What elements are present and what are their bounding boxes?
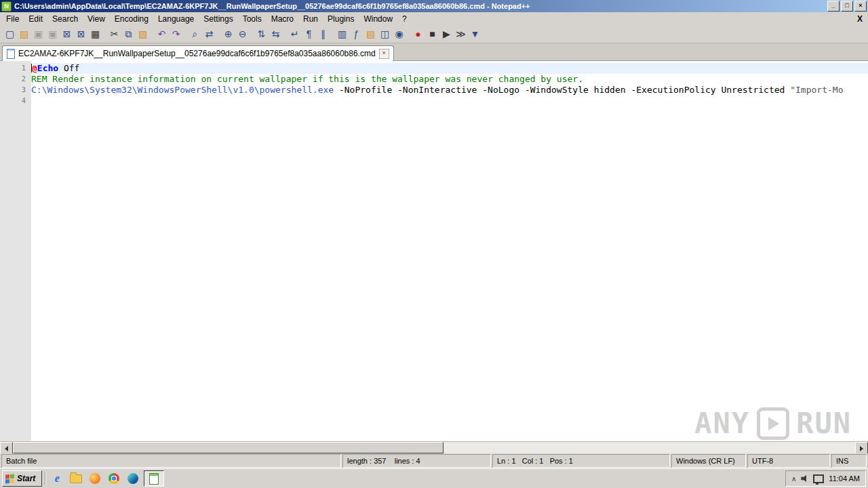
tab-label: EC2AMAZ-6KPF7JK__RunWallpaperSetup__0527… (18, 49, 376, 58)
window-title: C:\Users\admin\AppData\Local\Temp\EC2AMA… (14, 2, 825, 10)
status-bar: Batch file length : 357 lines : 4 Ln : 1… (0, 453, 868, 468)
notepad-plus-plus-icon (149, 473, 159, 485)
status-encoding: UTF-8 (747, 454, 830, 468)
menu-macro[interactable]: Macro (267, 14, 298, 24)
taskbar-clock[interactable]: 11:04 AM (829, 474, 860, 483)
menu-run[interactable]: Run (298, 14, 323, 24)
editor-line: 1 @Echo Off (0, 63, 868, 74)
redo-icon[interactable]: ↷ (169, 27, 183, 41)
title-bar: N C:\Users\admin\AppData\Local\Temp\EC2A… (0, 0, 868, 12)
status-cursor-position: Ln : 1 Col : 1 Pos : 1 (492, 454, 670, 468)
show-indent-guide-icon[interactable]: ∥ (316, 27, 330, 41)
document-switcher-icon[interactable]: ◫ (378, 27, 392, 41)
close-button[interactable]: × (854, 1, 867, 12)
firefox-icon[interactable] (87, 471, 103, 486)
word-wrap-icon[interactable]: ↵ (288, 27, 302, 41)
status-length-lines: length : 357 lines : 4 (342, 454, 491, 468)
edge-icon[interactable] (125, 471, 141, 486)
status-eol-format: Windows (CR LF) (671, 454, 746, 468)
file-explorer-icon[interactable] (68, 471, 84, 486)
horizontal-scrollbar[interactable] (0, 441, 868, 453)
document-icon (7, 49, 15, 59)
status-insert-mode: INS (831, 454, 867, 468)
start-button[interactable]: Start (2, 470, 42, 487)
code-line-1: @Echo Off (31, 63, 868, 74)
save-icon[interactable]: ▣ (31, 27, 45, 41)
save-all-icon[interactable]: ▣ (45, 27, 60, 41)
anyrun-logo-icon (757, 407, 789, 440)
windows-flag-icon (5, 474, 14, 483)
scrollbar-track[interactable] (13, 442, 855, 453)
menubar-close-document-button[interactable]: X (857, 14, 863, 24)
watermark-text-run: RUN (796, 418, 852, 429)
editor-line: 3 C:\Windows\System32\WindowsPowerShell\… (0, 85, 868, 96)
show-all-characters-icon[interactable]: ¶ (302, 27, 316, 41)
editor-line: 2 REM Render instance information on cur… (0, 74, 868, 85)
document-map-icon[interactable]: ▥ (335, 27, 349, 41)
system-tray: ∧ 11:04 AM (785, 470, 866, 487)
save-recorded-macro-icon[interactable]: ▼ (468, 27, 482, 41)
find-icon[interactable]: ⌕ (188, 27, 202, 41)
maximize-button[interactable]: □ (841, 1, 853, 12)
new-file-icon[interactable]: ▢ (3, 27, 17, 41)
line-number: 4 (0, 96, 31, 106)
volume-icon[interactable] (801, 475, 808, 483)
zoom-out-icon[interactable]: ⊖ (235, 27, 250, 41)
app-icon: N (1, 1, 12, 12)
zoom-in-icon[interactable]: ⊕ (221, 27, 235, 41)
status-doc-type: Batch file (1, 454, 341, 468)
open-file-icon[interactable]: ▤ (17, 27, 31, 41)
editor-line: 4 (0, 96, 868, 106)
line-number: 2 (0, 74, 31, 85)
menu-bar: File Edit Search View Encoding Language … (0, 12, 868, 25)
line-number: 1 (0, 63, 31, 74)
menu-file[interactable]: File (1, 14, 24, 24)
paste-icon[interactable]: ▧ (136, 27, 150, 41)
menu-plugins[interactable]: Plugins (323, 14, 359, 24)
start-label: Start (17, 474, 35, 483)
replace-icon[interactable]: ⇄ (202, 27, 216, 41)
code-line-2: REM Render instance information on curre… (31, 74, 868, 85)
monitoring-icon[interactable]: ◉ (392, 27, 406, 41)
network-icon[interactable] (813, 474, 824, 483)
toolbar: ▢ ▤ ▣ ▣ ⊠ ⊠ ▦ ✂ ⧉ ▧ ↶ ↷ ⌕ ⇄ ⊕ ⊖ ⇅ ⇆ ↵ ¶ … (0, 25, 868, 43)
tab-bar: EC2AMAZ-6KPF7JK__RunWallpaperSetup__0527… (0, 43, 868, 61)
editor-text-area[interactable]: 1 @Echo Off 2 REM Render instance inform… (0, 61, 868, 441)
copy-icon[interactable]: ⧉ (121, 27, 136, 41)
menu-encoding[interactable]: Encoding (110, 14, 153, 24)
folder-as-workspace-icon[interactable]: ▤ (363, 27, 378, 41)
menu-view[interactable]: View (83, 14, 110, 24)
tab-close-icon[interactable]: × (379, 49, 389, 59)
notepad-plus-plus-taskbar-button[interactable] (144, 470, 164, 487)
left-arrow-icon (5, 446, 8, 451)
cut-icon[interactable]: ✂ (107, 27, 121, 41)
menu-search[interactable]: Search (47, 14, 83, 24)
stop-recording-icon[interactable]: ■ (425, 27, 439, 41)
chrome-icon[interactable] (106, 471, 122, 486)
scrollbar-thumb[interactable] (13, 442, 443, 453)
taskbar-separator (45, 472, 46, 485)
playback-macro-icon[interactable]: ▶ (439, 27, 454, 41)
run-macro-multiple-times-icon[interactable]: ≫ (454, 27, 468, 41)
close-file-icon[interactable]: ⊠ (60, 27, 74, 41)
start-recording-icon[interactable]: ● (411, 27, 425, 41)
tab-active-document[interactable]: EC2AMAZ-6KPF7JK__RunWallpaperSetup__0527… (2, 45, 394, 61)
internet-explorer-icon[interactable]: e (49, 471, 65, 486)
code-line-4 (31, 96, 868, 106)
anyrun-watermark: ANY RUN (694, 407, 852, 440)
menu-help[interactable]: ? (397, 14, 412, 24)
menu-settings[interactable]: Settings (199, 14, 237, 24)
menu-edit[interactable]: Edit (24, 14, 47, 24)
menu-window[interactable]: Window (359, 14, 397, 24)
hidden-icons-chevron[interactable]: ∧ (791, 475, 796, 483)
windows-taskbar: Start e ∧ 11:04 AM (0, 468, 868, 488)
undo-icon[interactable]: ↶ (155, 27, 169, 41)
sync-horizontal-scroll-icon[interactable]: ⇆ (269, 27, 283, 41)
menu-tools[interactable]: Tools (238, 14, 267, 24)
sync-vertical-scroll-icon[interactable]: ⇅ (254, 27, 269, 41)
close-all-icon[interactable]: ⊠ (74, 27, 88, 41)
minimize-button[interactable]: _ (827, 1, 840, 12)
function-list-icon[interactable]: ƒ (349, 27, 363, 41)
menu-language[interactable]: Language (153, 14, 199, 24)
print-icon[interactable]: ▦ (88, 27, 102, 41)
